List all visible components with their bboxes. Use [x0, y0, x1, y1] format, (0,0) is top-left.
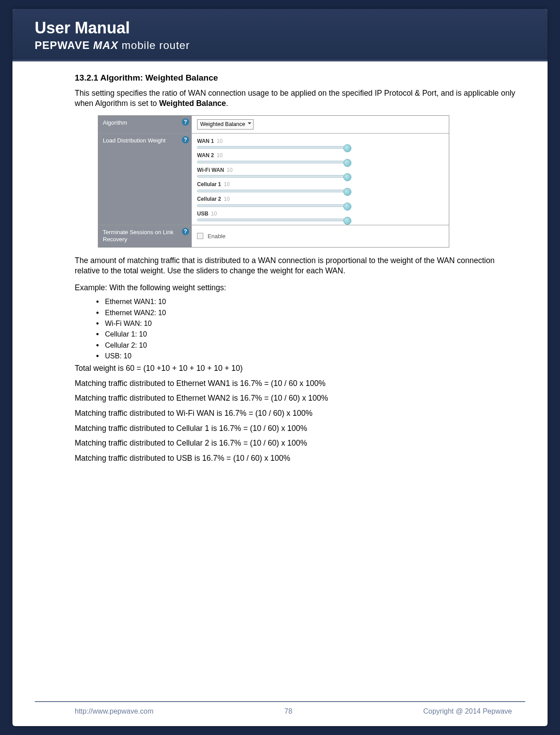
footer-url: http://www.pepwave.com — [75, 707, 153, 715]
list-item: Ethernet WAN2: 10 — [96, 308, 521, 318]
document-header: User Manual PEPWAVE MAX mobile router — [12, 9, 548, 61]
label-text: Terminate Sessions on Link Recovery — [103, 229, 173, 243]
weight-slider[interactable] — [197, 146, 348, 149]
help-icon[interactable]: ? — [182, 228, 189, 235]
config-value: Weighted Balance — [192, 116, 449, 133]
help-icon[interactable]: ? — [182, 118, 189, 126]
config-label: Load Distribution Weight ? — [98, 134, 192, 225]
copyright: Copyright @ 2014 Pepwave — [423, 707, 512, 715]
weight-slider[interactable] — [197, 175, 348, 178]
brand-name: PEPWAVE — [35, 39, 90, 51]
config-row-terminate: Terminate Sessions on Link Recovery ? En… — [98, 225, 449, 247]
explain-paragraph: The amount of matching traffic that is d… — [75, 256, 521, 276]
wan-value: 10 — [227, 167, 233, 173]
enable-label: Enable — [208, 233, 226, 240]
label-text: Algorithm — [103, 119, 127, 126]
intro-text-b: . — [226, 99, 228, 108]
config-screenshot: Algorithm ? Weighted Balance Load Distri… — [98, 115, 449, 248]
calc-line: Matching traffic distributed to Ethernet… — [75, 378, 521, 389]
section-heading: Algorithm: Weighted Balance — [100, 73, 218, 82]
config-value: WAN 110 WAN 210 Wi-Fi WAN10 Cellular 110 — [192, 134, 449, 225]
list-item: Cellular 2: 10 — [96, 340, 521, 351]
product-tag: mobile router — [122, 39, 190, 51]
calc-line: Matching traffic distributed to Cellular… — [75, 423, 521, 434]
section-number: 13.2.1 — [75, 73, 98, 82]
document-page: User Manual PEPWAVE MAX mobile router 13… — [12, 9, 548, 726]
wan-slider-row: Wi-Fi WAN10 — [197, 166, 443, 178]
weight-list: Ethernet WAN1: 10 Ethernet WAN2: 10 Wi-F… — [75, 296, 521, 361]
wan-name: Cellular 2 — [197, 195, 221, 203]
total-line: Total weight is 60 = (10 +10 + 10 + 10 +… — [75, 363, 521, 374]
page-content: 13.2.1 Algorithm: Weighted Balance This … — [12, 61, 548, 701]
intro-bold: Weighted Balance — [159, 99, 226, 108]
weight-slider[interactable] — [197, 190, 348, 192]
list-item: Wi-Fi WAN: 10 — [96, 318, 521, 329]
page-footer: http://www.pepwave.com 78 Copyright @ 20… — [12, 702, 548, 726]
calc-line: Matching traffic distributed to Wi-Fi WA… — [75, 408, 521, 419]
weight-slider[interactable] — [197, 219, 348, 221]
header-title: User Manual — [35, 19, 530, 37]
wan-value: 10 — [211, 211, 217, 217]
example-label: Example: With the following weight setti… — [75, 283, 521, 293]
section-title: 13.2.1 Algorithm: Weighted Balance — [75, 72, 521, 84]
weight-slider[interactable] — [197, 161, 348, 163]
header-subtitle: PEPWAVE MAX mobile router — [35, 39, 530, 52]
algorithm-select[interactable]: Weighted Balance — [197, 119, 254, 130]
wan-value: 10 — [217, 152, 222, 158]
wan-value: 10 — [224, 196, 230, 202]
page-number: 78 — [284, 707, 292, 715]
wan-slider-row: USB10 — [197, 210, 443, 222]
intro-text-a: This setting specifies the ratio of WAN … — [75, 89, 515, 108]
enable-option: Enable — [197, 232, 443, 240]
wan-slider-row: Cellular 210 — [197, 195, 443, 207]
enable-checkbox[interactable] — [197, 233, 203, 239]
list-item: Cellular 1: 10 — [96, 329, 521, 340]
model-name: MAX — [93, 39, 118, 51]
wan-name: Cellular 1 — [197, 181, 221, 188]
config-row-weight: Load Distribution Weight ? WAN 110 WAN 2… — [98, 134, 449, 225]
wan-slider-row: WAN 210 — [197, 151, 443, 163]
weight-slider[interactable] — [197, 204, 348, 207]
calc-line: Matching traffic distributed to USB is 1… — [75, 453, 521, 464]
intro-paragraph: This setting specifies the ratio of WAN … — [75, 88, 521, 109]
config-row-algorithm: Algorithm ? Weighted Balance — [98, 116, 449, 134]
list-item: Ethernet WAN1: 10 — [96, 296, 521, 307]
help-icon[interactable]: ? — [182, 136, 189, 143]
wan-value: 10 — [224, 181, 230, 187]
wan-name: WAN 1 — [197, 138, 214, 145]
config-label: Terminate Sessions on Link Recovery ? — [98, 225, 192, 247]
wan-name: WAN 2 — [197, 152, 214, 159]
calc-line: Matching traffic distributed to Ethernet… — [75, 393, 521, 404]
wan-name: USB — [197, 210, 208, 217]
config-label: Algorithm ? — [98, 116, 192, 133]
list-item: USB: 10 — [96, 351, 521, 361]
wan-value: 10 — [217, 138, 222, 144]
wan-slider-row: WAN 110 — [197, 137, 443, 149]
wan-name: Wi-Fi WAN — [197, 166, 224, 174]
config-value: Enable — [192, 225, 449, 247]
label-text: Load Distribution Weight — [103, 137, 165, 144]
calc-line: Matching traffic distributed to Cellular… — [75, 438, 521, 449]
wan-slider-row: Cellular 110 — [197, 180, 443, 192]
